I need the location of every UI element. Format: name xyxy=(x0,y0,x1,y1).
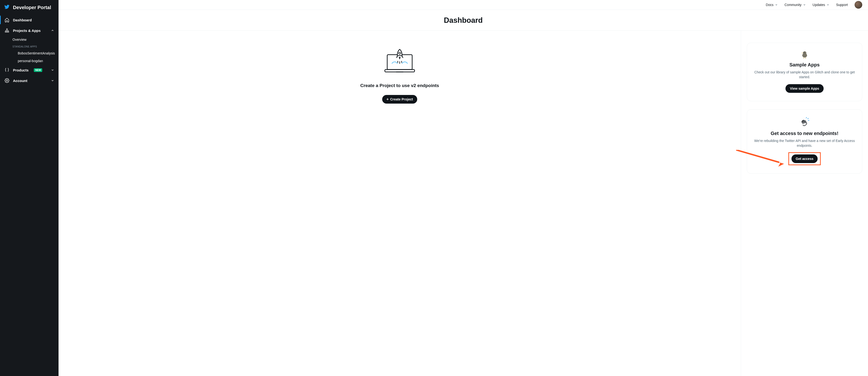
topbar-community-label: Community xyxy=(784,3,802,7)
svg-marker-18 xyxy=(778,162,784,167)
nav-products[interactable]: Products NEW xyxy=(0,65,59,75)
plus-icon: + xyxy=(386,97,389,101)
avatar[interactable] xyxy=(855,1,862,9)
topbar-docs[interactable]: Docs xyxy=(766,3,778,7)
svg-point-1 xyxy=(5,31,6,32)
topbar-community[interactable]: Community xyxy=(784,3,806,7)
svg-point-13 xyxy=(803,51,806,55)
twitter-logo-icon xyxy=(4,5,9,9)
nav-projects-apps[interactable]: Projects & Apps xyxy=(0,25,59,36)
view-sample-apps-button[interactable]: View sample Apps xyxy=(785,84,824,93)
nav-standalone-label: STANDALONE APPS xyxy=(0,43,59,50)
right-column: Sample Apps Check out our library of sam… xyxy=(741,31,868,376)
topbar-docs-label: Docs xyxy=(766,3,773,7)
nav: Dashboard Projects & Apps Overview STAND… xyxy=(0,14,59,86)
svg-point-14 xyxy=(803,53,804,53)
get-access-button[interactable]: Get access xyxy=(792,154,818,163)
sample-apps-title: Sample Apps xyxy=(754,62,855,68)
center-column: Create a Project to use v2 endpoints + C… xyxy=(59,31,741,376)
svg-line-19 xyxy=(806,117,807,118)
create-project-label: Create Project xyxy=(390,97,413,101)
topbar-support[interactable]: Support xyxy=(836,3,848,7)
svg-point-4 xyxy=(6,80,8,81)
topbar: Docs Community Updates Support xyxy=(59,0,868,10)
get-access-card: Get access to new endpoints! We're rebui… xyxy=(747,109,862,174)
topbar-support-label: Support xyxy=(836,3,848,7)
annotation-arrow-icon xyxy=(736,150,786,167)
main: Docs Community Updates Support Dashboard xyxy=(59,0,868,376)
brand: Developer Portal xyxy=(0,3,59,14)
annotation-highlight-box: Get access xyxy=(788,152,821,165)
chevron-down-icon xyxy=(827,3,829,6)
gear-icon xyxy=(4,78,9,83)
nav-app-1[interactable]: personal-bogdan xyxy=(0,57,59,65)
hierarchy-icon xyxy=(4,28,9,33)
rocket-laptop-illustration-icon xyxy=(383,48,416,74)
nav-account-label: Account xyxy=(13,79,27,83)
content: Create a Project to use v2 endpoints + C… xyxy=(59,31,868,376)
svg-line-20 xyxy=(808,118,808,119)
nav-app-0[interactable]: BobosSentimentAnalysis xyxy=(0,50,59,57)
get-access-desc: We're rebuilding the Twitter API and hav… xyxy=(754,138,855,148)
chick-icon xyxy=(754,50,855,59)
chevron-down-icon xyxy=(775,3,778,6)
chevron-up-icon xyxy=(51,29,54,32)
chevron-down-icon xyxy=(51,68,54,72)
create-project-button[interactable]: + Create Project xyxy=(382,95,417,103)
page-title: Dashboard xyxy=(59,16,868,25)
clap-icon xyxy=(754,117,855,127)
braces-icon xyxy=(4,68,9,72)
new-badge: NEW xyxy=(34,68,42,72)
nav-dashboard[interactable]: Dashboard xyxy=(0,14,59,25)
sample-apps-desc: Check out our library of sample Apps on … xyxy=(754,70,855,80)
nav-products-label: Products xyxy=(13,68,29,72)
sample-apps-card: Sample Apps Check out our library of sam… xyxy=(747,43,862,101)
home-icon xyxy=(4,18,9,22)
topbar-updates-label: Updates xyxy=(813,3,825,7)
sidebar: Developer Portal Dashboard Projects & Ap… xyxy=(0,0,59,376)
nav-projects-apps-label: Projects & Apps xyxy=(13,29,40,33)
svg-point-3 xyxy=(8,31,9,32)
topbar-updates[interactable]: Updates xyxy=(813,3,829,7)
nav-dashboard-label: Dashboard xyxy=(13,18,32,22)
get-access-label: Get access xyxy=(796,157,813,161)
get-access-title: Get access to new endpoints! xyxy=(754,131,855,136)
brand-title: Developer Portal xyxy=(13,5,51,10)
nav-account[interactable]: Account xyxy=(0,75,59,86)
hero-heading: Create a Project to use v2 endpoints xyxy=(360,83,439,88)
page-header: Dashboard xyxy=(59,10,868,31)
chevron-down-icon xyxy=(51,79,54,82)
svg-point-2 xyxy=(6,31,7,32)
svg-line-17 xyxy=(736,150,779,162)
svg-point-0 xyxy=(6,29,7,30)
view-sample-apps-label: View sample Apps xyxy=(790,87,819,90)
chevron-down-icon xyxy=(803,3,806,6)
nav-overview[interactable]: Overview xyxy=(0,36,59,43)
